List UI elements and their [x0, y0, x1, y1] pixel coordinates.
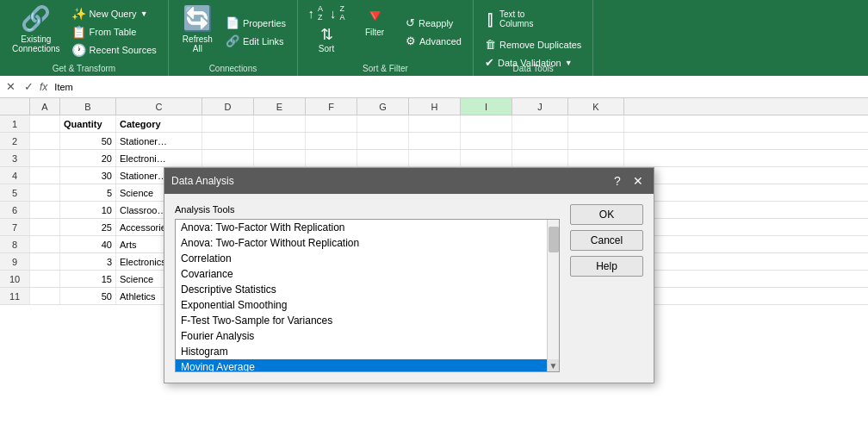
scroll-down-arrow[interactable]: ▼ — [548, 359, 559, 371]
cell-b[interactable]: 3 — [60, 253, 116, 270]
cell-c[interactable]: Stationer… — [116, 133, 202, 149]
cell-d[interactable] — [202, 150, 254, 166]
cell-i[interactable] — [461, 150, 512, 166]
cell-b[interactable]: 25 — [60, 219, 116, 235]
cell-b[interactable]: 10 — [60, 202, 116, 218]
cell-a[interactable] — [30, 167, 60, 184]
existing-connections-button[interactable]: 🔗 Existing Connections — [7, 3, 65, 60]
row-number: 1 — [0, 115, 30, 132]
reapply-stack: ↺ Reapply ⚙ Advanced — [401, 3, 466, 60]
cell-a[interactable] — [30, 288, 60, 304]
formula-input[interactable] — [51, 82, 865, 92]
formula-bar: ✕ ✓ fx — [0, 76, 868, 98]
filter-button[interactable]: 🔻 Filter — [353, 3, 396, 39]
from-table-icon: 📋 — [71, 25, 86, 39]
cancel-button[interactable]: Cancel — [570, 230, 643, 251]
cell-f[interactable] — [306, 150, 357, 166]
cell-d[interactable] — [202, 115, 254, 132]
cancel-formula-button[interactable]: ✕ — [3, 80, 18, 93]
cell-b[interactable]: 5 — [60, 184, 116, 201]
cell-a[interactable] — [30, 271, 60, 287]
cell-j[interactable] — [512, 150, 568, 166]
cell-b[interactable]: 40 — [60, 236, 116, 252]
cell-b[interactable]: 15 — [60, 271, 116, 287]
sort-asc-button[interactable]: ↑AZ — [306, 3, 326, 22]
cell-i[interactable] — [461, 115, 512, 132]
cell-c[interactable]: Category — [116, 115, 202, 132]
row-number: 8 — [0, 236, 30, 252]
list-item[interactable]: Histogram — [176, 344, 547, 359]
cell-j[interactable] — [512, 133, 568, 149]
cell-a[interactable] — [30, 133, 60, 149]
cell-g[interactable] — [357, 115, 409, 132]
col-header-k: K — [568, 98, 624, 115]
connections-stack: 📄 Properties 🔗 Edit Links — [221, 3, 290, 60]
sort-buttons-stack: ↑AZ ↓ZA ⇅ Sort — [305, 3, 348, 60]
cell-b[interactable]: 30 — [60, 167, 116, 184]
cell-j[interactable] — [512, 115, 568, 132]
col-header-h: H — [409, 98, 461, 115]
cell-g[interactable] — [357, 150, 409, 166]
list-item[interactable]: Anova: Two-Factor With Replication — [176, 220, 547, 235]
refresh-all-button[interactable]: 🔄 Refresh All — [176, 3, 220, 60]
row-number: 3 — [0, 150, 30, 166]
cell-g[interactable] — [357, 133, 409, 149]
cell-f[interactable] — [306, 115, 357, 132]
remove-duplicates-button[interactable]: 🗑 Remove Duplicates — [480, 36, 586, 53]
cell-c[interactable]: Electroni… — [116, 150, 202, 166]
list-item[interactable]: Descriptive Statistics — [176, 282, 547, 297]
cell-a[interactable] — [30, 236, 60, 252]
cell-k[interactable] — [568, 150, 624, 166]
cell-a[interactable] — [30, 150, 60, 166]
listbox-scrollbar[interactable]: ▼ — [547, 220, 559, 371]
recent-sources-button[interactable]: 🕐 Recent Sources — [67, 41, 161, 59]
cell-e[interactable] — [254, 133, 306, 149]
confirm-formula-button[interactable]: ✓ — [22, 80, 36, 93]
cell-k[interactable] — [568, 115, 624, 132]
cell-b[interactable]: 50 — [60, 288, 116, 304]
list-item[interactable]: Correlation — [176, 251, 547, 266]
ribbon: 🔗 Existing Connections ✨ New Query ▼ 📋 F… — [0, 0, 868, 76]
row-number: 6 — [0, 202, 30, 218]
cell-a[interactable] — [30, 184, 60, 201]
dialog-help-button[interactable]: ? — [609, 172, 626, 190]
cell-a[interactable] — [30, 202, 60, 218]
cell-b[interactable]: 50 — [60, 133, 116, 149]
list-item[interactable]: Fourier Analysis — [176, 328, 547, 344]
from-table-button[interactable]: 📋 From Table — [67, 23, 161, 40]
properties-button[interactable]: 📄 Properties — [221, 15, 290, 31]
col-header-f: F — [306, 98, 357, 115]
list-item[interactable]: Anova: Two-Factor Without Replication — [176, 235, 547, 251]
cell-h[interactable] — [409, 150, 461, 166]
cell-b[interactable]: 20 — [60, 150, 116, 166]
sort-button[interactable]: ⇅ Sort — [305, 24, 348, 54]
col-header-b: B — [60, 98, 116, 115]
sort-desc-button[interactable]: ↓ZA — [327, 3, 348, 22]
reapply-button[interactable]: ↺ Reapply — [401, 15, 466, 31]
text-to-columns-button[interactable]: ⫿ Text to Columns — [480, 3, 586, 34]
list-item[interactable]: Moving Average — [176, 359, 547, 371]
cell-f[interactable] — [306, 133, 357, 149]
cell-h[interactable] — [409, 115, 461, 132]
dialog-close-button[interactable]: ✕ — [629, 172, 647, 190]
cell-e[interactable] — [254, 115, 306, 132]
cell-h[interactable] — [409, 133, 461, 149]
fx-label: fx — [40, 81, 47, 93]
list-item[interactable]: F-Test Two-Sample for Variances — [176, 313, 547, 328]
cell-k[interactable] — [568, 133, 624, 149]
advanced-button[interactable]: ⚙ Advanced — [401, 33, 466, 49]
cell-a[interactable] — [30, 115, 60, 132]
list-item[interactable]: Covariance — [176, 266, 547, 282]
cell-i[interactable] — [461, 133, 512, 149]
edit-links-button[interactable]: 🔗 Edit Links — [221, 33, 290, 49]
cell-b[interactable]: Quantity — [60, 115, 116, 132]
analysis-tools-listbox[interactable]: Anova: Two-Factor With ReplicationAnova:… — [175, 219, 560, 372]
cell-a[interactable] — [30, 219, 60, 235]
cell-d[interactable] — [202, 133, 254, 149]
list-item[interactable]: Exponential Smoothing — [176, 297, 547, 313]
cell-a[interactable] — [30, 253, 60, 270]
ok-button[interactable]: OK — [570, 204, 643, 225]
help-button[interactable]: Help — [570, 256, 643, 277]
new-query-button[interactable]: ✨ New Query ▼ — [67, 5, 161, 22]
cell-e[interactable] — [254, 150, 306, 166]
